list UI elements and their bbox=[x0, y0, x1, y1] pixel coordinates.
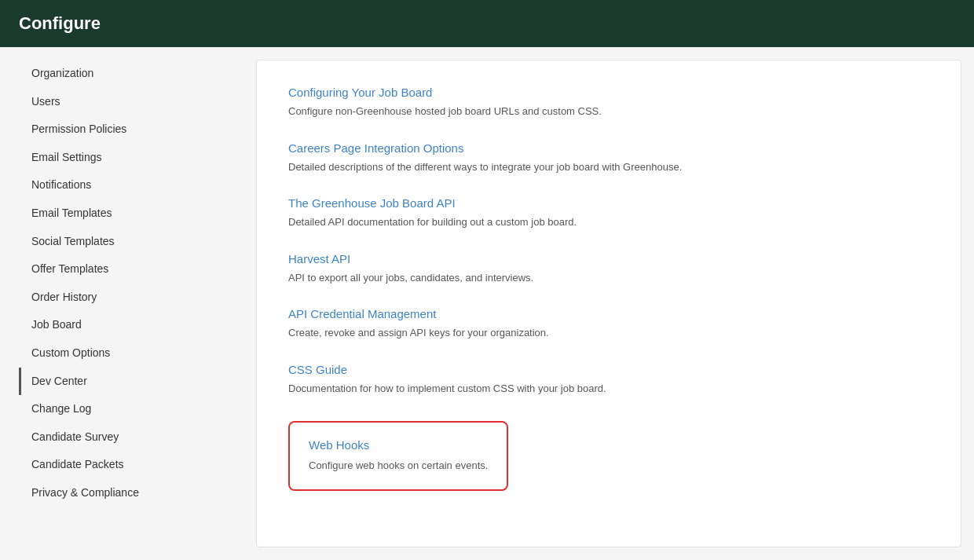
main-content: Configuring Your Job BoardConfigure non-… bbox=[256, 60, 961, 547]
content-link-greenhouse-job-board-api[interactable]: The Greenhouse Job Board API bbox=[288, 196, 929, 210]
content-link-careers-page-integration[interactable]: Careers Page Integration Options bbox=[288, 141, 929, 155]
content-link-configuring-job-board[interactable]: Configuring Your Job Board bbox=[288, 86, 929, 99]
content-desc-api-credential-management: Create, revoke and assign API keys for y… bbox=[288, 325, 929, 341]
content-desc-careers-page-integration: Detailed descriptions of the different w… bbox=[288, 159, 929, 175]
sidebar-item-email-templates[interactable]: Email Templates bbox=[0, 199, 244, 228]
sidebar-item-users[interactable]: Users bbox=[0, 88, 244, 116]
content-link-api-credential-management[interactable]: API Credential Management bbox=[288, 307, 929, 320]
sidebar-item-dev-center[interactable]: Dev Center bbox=[0, 368, 244, 396]
content-link-harvest-api[interactable]: Harvest API bbox=[288, 252, 929, 265]
content-desc-harvest-api: API to export all your jobs, candidates,… bbox=[288, 270, 929, 286]
content-item-greenhouse-job-board-api: The Greenhouse Job Board APIDetailed API… bbox=[288, 196, 929, 230]
sidebar-item-candidate-survey[interactable]: Candidate Survey bbox=[0, 423, 244, 452]
top-bar: Configure bbox=[0, 0, 974, 47]
sidebar-item-permission-policies[interactable]: Permission Policies bbox=[0, 115, 244, 144]
content-item-careers-page-integration: Careers Page Integration OptionsDetailed… bbox=[288, 141, 929, 175]
sidebar-item-custom-options[interactable]: Custom Options bbox=[0, 339, 244, 368]
content-item-css-guide: CSS GuideDocumentation for how to implem… bbox=[288, 363, 929, 397]
sidebar-item-offer-templates[interactable]: Offer Templates bbox=[0, 255, 244, 284]
sidebar-item-notifications[interactable]: Notifications bbox=[0, 171, 244, 199]
sidebar-item-organization[interactable]: Organization bbox=[0, 60, 244, 88]
content-desc-css-guide: Documentation for how to implement custo… bbox=[288, 381, 929, 397]
sidebar-item-job-board[interactable]: Job Board bbox=[0, 311, 244, 339]
content-desc-greenhouse-job-board-api: Detailed API documentation for building … bbox=[288, 214, 929, 230]
content-link-css-guide[interactable]: CSS Guide bbox=[288, 363, 929, 376]
content-item-harvest-api: Harvest APIAPI to export all your jobs, … bbox=[288, 252, 929, 286]
sidebar-item-order-history[interactable]: Order History bbox=[0, 284, 244, 312]
content-desc-configuring-job-board: Configure non-Greenhouse hosted job boar… bbox=[288, 104, 929, 119]
sidebar-item-privacy-compliance[interactable]: Privacy & Compliance bbox=[0, 479, 244, 507]
sidebar: OrganizationUsersPermission PoliciesEmai… bbox=[0, 47, 244, 560]
sidebar-item-email-settings[interactable]: Email Settings bbox=[0, 144, 244, 172]
sidebar-item-candidate-packets[interactable]: Candidate Packets bbox=[0, 451, 244, 479]
sidebar-item-change-log[interactable]: Change Log bbox=[0, 395, 244, 423]
sidebar-item-social-templates[interactable]: Social Templates bbox=[0, 228, 244, 256]
content-item-configuring-job-board: Configuring Your Job BoardConfigure non-… bbox=[288, 86, 929, 119]
webhooks-card: Web HooksConfigure web hooks on certain … bbox=[288, 421, 508, 491]
page-title: Configure bbox=[19, 13, 101, 34]
content-item-api-credential-management: API Credential ManagementCreate, revoke … bbox=[288, 307, 929, 341]
content-desc-web-hooks: Configure web hooks on certain events. bbox=[309, 458, 488, 474]
content-link-web-hooks[interactable]: Web Hooks bbox=[309, 438, 488, 452]
